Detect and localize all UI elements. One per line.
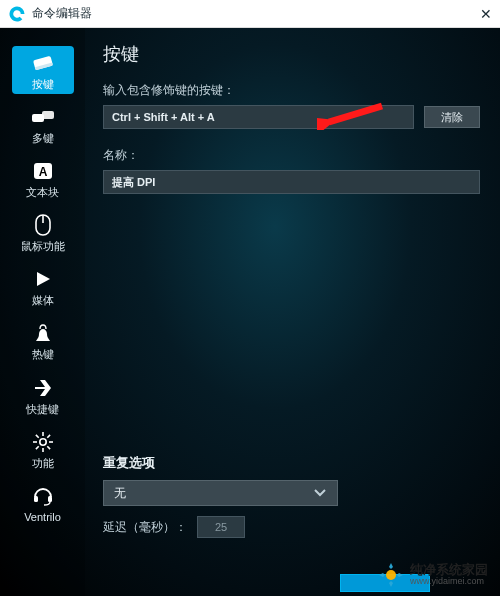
window-title: 命令编辑器 [32,5,92,22]
svg-line-13 [35,435,38,438]
sidebar-item-keystroke[interactable]: 按键 [12,46,74,94]
multikey-icon [30,106,56,128]
shortcut-icon [30,377,56,399]
sidebar-item-hotkeys[interactable]: 热键 [12,316,74,364]
repeat-select-value: 无 [114,485,126,502]
app-window: 命令编辑器 ✕ 按键 多键 A 文本块 [0,0,500,596]
name-input[interactable] [103,170,480,194]
sidebar: 按键 多键 A 文本块 鼠标功能 [0,28,85,596]
sidebar-item-textblock[interactable]: A 文本块 [12,154,74,202]
logitech-logo-icon [8,5,26,23]
media-icon [30,268,56,290]
delay-label: 延迟（毫秒）： [103,519,187,536]
clear-button[interactable]: 清除 [424,106,480,128]
keystroke-input[interactable] [103,105,414,129]
sidebar-item-label: 功能 [32,457,54,469]
mouse-icon [30,214,56,236]
titlebar: 命令编辑器 ✕ [0,0,500,28]
sidebar-item-ventrilo[interactable]: Ventrilo [12,479,74,527]
sidebar-item-label: Ventrilo [24,511,61,523]
sidebar-item-label: 热键 [32,348,54,360]
keystroke-label: 输入包含修饰键的按键： [103,82,480,99]
svg-line-15 [35,446,38,449]
headset-icon [30,485,56,507]
hotkeys-icon [30,322,56,344]
repeat-section-title: 重复选项 [103,454,480,472]
sidebar-item-label: 文本块 [26,186,59,198]
svg-rect-17 [34,496,38,502]
sidebar-item-label: 按键 [32,78,54,90]
svg-rect-3 [42,111,54,119]
svg-rect-18 [48,496,52,502]
svg-line-14 [47,446,50,449]
sidebar-item-label: 鼠标功能 [21,240,65,252]
page-title: 按键 [103,42,480,66]
keystroke-icon [30,52,56,74]
sidebar-item-function[interactable]: 功能 [12,425,74,473]
svg-text:A: A [38,165,47,179]
delay-input[interactable] [197,516,245,538]
sidebar-item-multikey[interactable]: 多键 [12,100,74,148]
sidebar-item-label: 多键 [32,132,54,144]
close-icon[interactable]: ✕ [480,6,492,22]
sidebar-item-label: 快捷键 [26,403,59,415]
svg-marker-7 [37,272,50,286]
sidebar-item-label: 媒体 [32,294,54,306]
svg-point-8 [39,438,45,444]
sidebar-item-media[interactable]: 媒体 [12,262,74,310]
textblock-icon: A [30,160,56,182]
chevron-down-icon [313,488,327,498]
footer-primary-button[interactable] [340,574,430,592]
repeat-select[interactable]: 无 [103,480,338,506]
name-label: 名称： [103,147,480,164]
sidebar-item-mouse[interactable]: 鼠标功能 [12,208,74,256]
svg-line-16 [47,435,50,438]
main-panel: 按键 输入包含修饰键的按键： 清除 名称： 重复选项 无 [85,28,500,596]
sidebar-item-shortcut[interactable]: 快捷键 [12,371,74,419]
gear-icon [30,431,56,453]
content-area: 按键 多键 A 文本块 鼠标功能 [0,28,500,596]
